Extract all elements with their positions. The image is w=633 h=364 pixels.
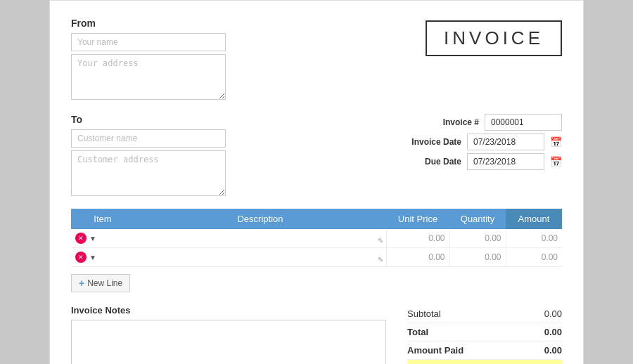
notes-label: Invoice Notes bbox=[71, 305, 386, 316]
total-label: Total bbox=[407, 327, 428, 337]
invoice-meta: Invoice # 0000001 Invoice Date 07/23/201… bbox=[398, 114, 562, 170]
quantity-cell: 0.00 bbox=[449, 248, 506, 267]
delete-row-icon[interactable] bbox=[75, 233, 87, 244]
amount-paid-label: Amount Paid bbox=[407, 345, 463, 356]
from-name-input[interactable] bbox=[71, 33, 226, 51]
invoice-number-value: 0000001 bbox=[485, 114, 562, 131]
subtotal-label: Subtotal bbox=[407, 308, 441, 319]
amount-paid-value: 0.00 bbox=[544, 345, 562, 356]
invoice-date-calendar-icon[interactable]: 📅 bbox=[550, 136, 562, 148]
notes-textarea[interactable] bbox=[71, 320, 386, 364]
invoice-number-label: Invoice # bbox=[416, 117, 479, 127]
from-label: From bbox=[71, 18, 426, 29]
dropdown-arrow-icon[interactable]: ▼ bbox=[89, 254, 96, 261]
customer-address-input[interactable] bbox=[71, 150, 226, 196]
middle-section: To Invoice # 0000001 Invoice Date 07/23/… bbox=[71, 114, 562, 196]
notes-section: Invoice Notes bbox=[71, 305, 386, 364]
invoice-title: INVOICE bbox=[426, 20, 562, 56]
subtotal-row: Subtotal 0.00 bbox=[407, 305, 562, 323]
subtotal-value: 0.00 bbox=[544, 308, 562, 319]
due-date-row: Due Date 07/23/2018 📅 bbox=[398, 153, 562, 170]
items-table: Item Description Unit Price Quantity Amo… bbox=[71, 209, 562, 267]
invoice-date-value: 07/23/2018 bbox=[467, 134, 544, 150]
amount-cell: 0.00 bbox=[506, 229, 562, 248]
invoice-number-row: Invoice # 0000001 bbox=[416, 114, 562, 131]
customer-name-input[interactable] bbox=[71, 129, 226, 148]
invoice-date-label: Invoice Date bbox=[398, 137, 461, 147]
due-date-value: 07/23/2018 bbox=[467, 153, 544, 170]
row-controls-cell: ▼ bbox=[71, 248, 134, 267]
top-section: From INVOICE bbox=[71, 18, 562, 100]
table-row: ▼ ✎ 0.00 0.00 0.00 bbox=[71, 229, 562, 248]
quantity-cell: 0.00 bbox=[449, 229, 506, 248]
edit-description-icon[interactable]: ✎ bbox=[378, 237, 383, 245]
to-section: To bbox=[71, 114, 398, 196]
description-cell[interactable]: ✎ bbox=[134, 248, 386, 267]
col-header-description: Description bbox=[134, 209, 386, 229]
from-section: From bbox=[71, 18, 426, 100]
plus-icon: + bbox=[79, 278, 84, 289]
description-cell[interactable]: ✎ bbox=[134, 229, 386, 248]
to-label: To bbox=[71, 114, 398, 125]
unit-price-cell: 0.00 bbox=[386, 248, 449, 267]
amount-cell: 0.00 bbox=[506, 248, 562, 267]
from-address-input[interactable] bbox=[71, 54, 226, 100]
invoice-container: From INVOICE To Invoice # 0000001 Invoic… bbox=[49, 0, 584, 364]
bottom-section: Invoice Notes Subtotal 0.00 Total 0.00 A… bbox=[71, 305, 562, 364]
due-date-calendar-icon[interactable]: 📅 bbox=[550, 156, 562, 167]
col-header-unit-price: Unit Price bbox=[386, 209, 449, 229]
delete-row-icon[interactable] bbox=[75, 252, 87, 263]
totals-section: Subtotal 0.00 Total 0.00 Amount Paid 0.0… bbox=[407, 305, 562, 364]
table-row: ▼ ✎ 0.00 0.00 0.00 bbox=[71, 248, 562, 267]
new-line-label: New Line bbox=[87, 278, 122, 288]
dropdown-arrow-icon[interactable]: ▼ bbox=[89, 235, 96, 242]
col-header-item: Item bbox=[71, 209, 134, 229]
total-row: Total 0.00 bbox=[407, 323, 562, 342]
new-line-button[interactable]: + New Line bbox=[71, 274, 130, 292]
amount-paid-row: Amount Paid 0.00 bbox=[407, 342, 562, 360]
col-header-quantity: Quantity bbox=[449, 209, 506, 229]
due-date-label: Due Date bbox=[398, 157, 461, 167]
balance-due-row: Balance Due $0.00 bbox=[407, 360, 562, 364]
total-value: 0.00 bbox=[544, 327, 562, 337]
invoice-date-row: Invoice Date 07/23/2018 📅 bbox=[398, 134, 562, 150]
row-controls-cell: ▼ bbox=[71, 229, 134, 248]
edit-description-icon[interactable]: ✎ bbox=[378, 256, 383, 264]
unit-price-cell: 0.00 bbox=[386, 229, 449, 248]
table-header-row: Item Description Unit Price Quantity Amo… bbox=[71, 209, 562, 229]
col-header-amount: Amount bbox=[506, 209, 562, 229]
